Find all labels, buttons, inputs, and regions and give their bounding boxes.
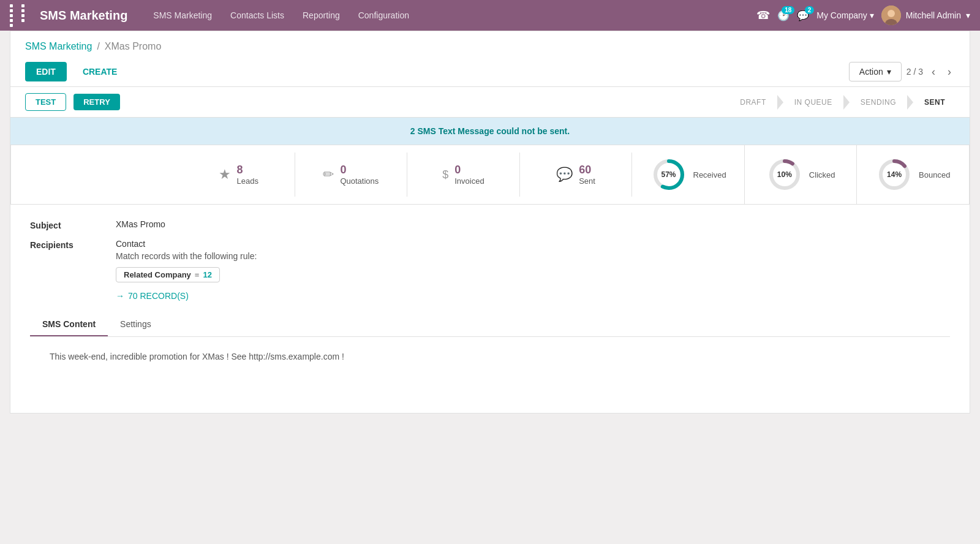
avatar xyxy=(881,6,901,25)
clicked-percent: 10% xyxy=(777,170,792,179)
company-selector[interactable]: My Company ▾ xyxy=(816,10,873,20)
user-menu[interactable]: Mitchell Admin ▾ xyxy=(881,6,970,25)
tab-settings[interactable]: Settings xyxy=(108,313,164,336)
nav-sms-marketing[interactable]: SMS Marketing xyxy=(146,7,219,24)
test-button[interactable]: TEST xyxy=(25,93,66,111)
bounced-donut: 14% xyxy=(876,156,913,193)
match-rule: Match records with the following rule: xyxy=(116,251,257,261)
breadcrumb-parent[interactable]: SMS Marketing xyxy=(25,41,92,52)
messages-icon[interactable]: 💬 2 xyxy=(797,10,809,21)
alert-banner: 2 SMS Text Message could not be sent. xyxy=(10,118,970,145)
notifications-icon[interactable]: 🕑 18 xyxy=(777,10,790,21)
step-arrow-1 xyxy=(777,95,783,110)
action-chevron: ▾ xyxy=(887,67,891,77)
breadcrumb: SMS Marketing / XMas Promo xyxy=(10,31,970,57)
sent-icon: 💬 xyxy=(556,167,573,183)
clicked-label: Clicked xyxy=(809,170,835,179)
bounced-label: Bounced xyxy=(919,170,950,179)
quotations-label: Quotations xyxy=(340,176,379,186)
stat-received[interactable]: 57% Received xyxy=(632,145,745,204)
toolbar: EDIT CREATE Action ▾ 2 / 3 ‹ › xyxy=(10,57,970,87)
stat-sent[interactable]: 💬 60 Sent xyxy=(520,153,633,197)
stat-quotations[interactable]: ✏ 0 Quotations xyxy=(295,153,408,197)
status-steps: DRAFT IN QUEUE SENDING SENT xyxy=(730,94,955,110)
notifications-badge: 18 xyxy=(782,6,794,14)
received-donut: 57% xyxy=(650,156,687,193)
main-content: SMS Marketing / XMas Promo EDIT CREATE A… xyxy=(10,31,970,414)
nav-contacts-lists[interactable]: Contacts Lists xyxy=(223,7,292,24)
topnav-links: SMS Marketing Contacts Lists Reporting C… xyxy=(146,7,756,24)
form-area: Subject XMas Promo Recipients Contact Ma… xyxy=(10,205,970,413)
step-sending: SENDING xyxy=(851,94,906,110)
filter-key: Related Company xyxy=(124,270,191,279)
sent-count: 60 xyxy=(579,164,591,177)
messages-badge: 2 xyxy=(805,6,815,14)
tab-sms-content[interactable]: SMS Content xyxy=(30,313,108,336)
step-draft: DRAFT xyxy=(730,94,776,110)
svg-point-1 xyxy=(888,10,895,17)
recipients-value: Contact xyxy=(116,239,257,249)
clicked-donut: 10% xyxy=(766,156,803,193)
filter-tag[interactable]: Related Company = 12 xyxy=(116,267,220,282)
stat-clicked[interactable]: 10% Clicked xyxy=(745,145,858,204)
invoiced-count: 0 xyxy=(454,164,461,177)
app-grid-icon[interactable] xyxy=(10,4,31,27)
edit-button[interactable]: EDIT xyxy=(25,62,67,81)
subject-row: Subject XMas Promo xyxy=(30,219,950,230)
sent-label: Sent xyxy=(579,176,595,186)
step-arrow-3 xyxy=(907,95,913,110)
invoiced-label: Invoiced xyxy=(454,176,484,186)
prev-button[interactable]: ‹ xyxy=(928,64,939,80)
subject-value: XMas Promo xyxy=(116,219,165,229)
filter-eq: = xyxy=(195,270,200,279)
tab-row: SMS Content Settings xyxy=(30,313,950,337)
topnav: SMS Marketing SMS Marketing Contacts Lis… xyxy=(0,0,980,31)
breadcrumb-separator: / xyxy=(97,41,99,52)
sms-text: This week-end, incredible promotion for … xyxy=(50,352,930,361)
recipients-label: Recipients xyxy=(30,239,116,250)
invoiced-icon: $ xyxy=(442,168,448,181)
leads-icon: ★ xyxy=(219,167,231,183)
retry-button[interactable]: RETRY xyxy=(74,94,120,110)
recipients-row: Recipients Contact Match records with th… xyxy=(30,239,950,301)
app-logo[interactable]: SMS Marketing xyxy=(40,9,127,23)
user-chevron: ▾ xyxy=(966,10,970,20)
sms-content-area: This week-end, incredible promotion for … xyxy=(30,337,950,398)
phone-icon[interactable]: ☎ xyxy=(756,9,770,22)
bounced-percent: 14% xyxy=(887,170,902,179)
next-button[interactable]: › xyxy=(944,64,955,80)
breadcrumb-current: XMas Promo xyxy=(105,41,161,52)
create-button[interactable]: CREATE xyxy=(72,62,129,81)
topnav-right: ☎ 🕑 18 💬 2 My Company ▾ xyxy=(756,6,970,25)
step-in-queue: IN QUEUE xyxy=(785,94,842,110)
leads-count: 8 xyxy=(237,164,243,177)
leads-label: Leads xyxy=(237,176,258,186)
received-percent: 57% xyxy=(661,170,676,179)
nav-reporting[interactable]: Reporting xyxy=(295,7,347,24)
action-button[interactable]: Action ▾ xyxy=(849,62,902,81)
status-bar: TEST RETRY DRAFT IN QUEUE SENDING xyxy=(10,87,970,118)
received-label: Received xyxy=(693,170,726,179)
quotations-icon: ✏ xyxy=(323,167,334,183)
stat-leads[interactable]: ★ 8 Leads xyxy=(183,153,295,197)
pagination: 2 / 3 ‹ › xyxy=(907,64,955,80)
nav-configuration[interactable]: Configuration xyxy=(351,7,417,24)
records-link[interactable]: → 70 RECORD(S) xyxy=(116,291,257,301)
step-sent: SENT xyxy=(914,94,955,110)
filter-val: 12 xyxy=(203,270,211,279)
step-arrow-2 xyxy=(843,95,850,110)
subject-label: Subject xyxy=(30,219,116,230)
company-chevron: ▾ xyxy=(870,10,874,20)
stat-invoiced[interactable]: $ 0 Invoiced xyxy=(407,153,520,197)
stat-bounced[interactable]: 14% Bounced xyxy=(857,145,969,204)
stats-bar: ★ 8 Leads ✏ 0 Quotations $ xyxy=(10,145,970,205)
quotations-count: 0 xyxy=(340,164,346,177)
